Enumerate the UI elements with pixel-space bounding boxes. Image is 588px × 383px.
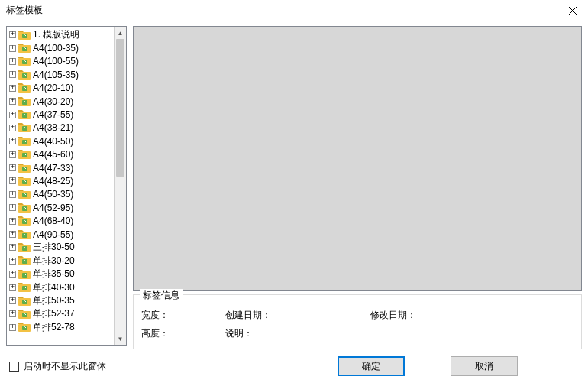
tree-scrollbar[interactable]: ▲ ▼ (114, 27, 126, 345)
expand-icon[interactable] (9, 284, 16, 291)
tree-item-label: 单排40-30 (33, 281, 75, 294)
tree-item[interactable]: A4(30-20) (8, 95, 114, 108)
tree-item[interactable]: A4(50-35) (8, 188, 114, 201)
expand-icon[interactable] (9, 244, 16, 251)
tree-item[interactable]: 1. 模版说明 (8, 28, 114, 41)
label-info-group: 标签信息 宽度： 创建日期： 修改日期： 高度： 说明： (133, 294, 582, 349)
template-preview (133, 26, 582, 291)
tree-item[interactable]: A4(90-55) (8, 228, 114, 241)
title-bar: 标签模板 (0, 0, 588, 21)
folder-icon (18, 136, 31, 147)
folder-icon (18, 309, 31, 320)
folder-icon (18, 43, 31, 54)
close-icon (569, 7, 577, 15)
content-area: 1. 模版说明A4(100-35)A4(100-55)A4(105-35)A4(… (0, 21, 588, 349)
tree-item[interactable]: 单排50-35 (8, 294, 114, 307)
expand-icon[interactable] (9, 125, 16, 131)
footer-bar: 启动时不显示此窗体 确定 取消 (0, 349, 588, 383)
expand-icon[interactable] (9, 45, 16, 52)
folder-icon (18, 56, 31, 67)
tree-item-label: A4(37-55) (33, 109, 73, 120)
folder-icon (18, 282, 31, 293)
tree-item[interactable]: 单排30-20 (8, 255, 114, 268)
folder-icon (18, 70, 31, 80)
folder-icon (18, 122, 31, 133)
folder-icon (18, 242, 31, 253)
cancel-button[interactable]: 取消 (451, 356, 518, 376)
tree-item[interactable]: 单排52-78 (8, 321, 114, 334)
expand-icon[interactable] (9, 85, 16, 92)
expand-icon[interactable] (9, 151, 16, 158)
tree-item[interactable]: 单排40-30 (8, 281, 114, 294)
tree-item[interactable]: A4(20-10) (8, 82, 114, 95)
tree-item[interactable]: A4(48-25) (8, 174, 114, 187)
checkbox-box[interactable] (9, 362, 19, 372)
tree-item[interactable]: A4(100-35) (8, 41, 114, 54)
expand-icon[interactable] (9, 191, 16, 198)
expand-icon[interactable] (9, 324, 16, 331)
tree-item[interactable]: A4(37-55) (8, 108, 114, 121)
expand-icon[interactable] (9, 177, 16, 184)
expand-icon[interactable] (9, 98, 16, 105)
tree-item-label: 单排52-78 (33, 321, 75, 334)
tree-item-label: A4(52-95) (33, 203, 73, 213)
tree-item-label: A4(105-35) (33, 70, 79, 80)
folder-icon (18, 189, 31, 200)
expand-icon[interactable] (9, 258, 16, 265)
tree-item[interactable]: 单排52-37 (8, 307, 114, 320)
tree-item[interactable]: A4(45-60) (8, 148, 114, 161)
expand-icon[interactable] (9, 138, 16, 144)
scroll-track[interactable] (115, 39, 126, 333)
expand-icon[interactable] (9, 297, 16, 304)
expand-icon[interactable] (9, 31, 16, 38)
tree-item[interactable]: 三排30-50 (8, 241, 114, 254)
expand-icon[interactable] (9, 310, 16, 317)
tree-item-label: 1. 模版说明 (33, 28, 79, 41)
expand-icon[interactable] (9, 271, 16, 278)
expand-icon[interactable] (9, 204, 16, 211)
tree-item[interactable]: A4(47-33) (8, 161, 114, 174)
tree-item[interactable]: A4(40-50) (8, 135, 114, 148)
tree-item-label: 单排35-50 (33, 268, 75, 281)
info-row-2: 高度： 说明： (141, 324, 573, 342)
folder-icon (18, 269, 31, 280)
info-row-1: 宽度： 创建日期： 修改日期： (141, 306, 573, 324)
expand-icon[interactable] (9, 71, 16, 78)
tree-item[interactable]: A4(68-40) (8, 214, 114, 227)
tree-item[interactable]: A4(38-21) (8, 122, 114, 135)
tree-item-label: A4(48-25) (33, 176, 73, 187)
scroll-thumb[interactable] (116, 39, 124, 177)
modified-label: 修改日期： (370, 309, 573, 322)
window-title: 标签模板 (6, 4, 557, 17)
tree-item-label: A4(90-55) (33, 229, 73, 240)
tree-item-label: A4(40-50) (33, 136, 73, 147)
template-tree-panel: 1. 模版说明A4(100-35)A4(100-55)A4(105-35)A4(… (6, 26, 127, 346)
folder-icon (18, 83, 31, 93)
startup-checkbox[interactable]: 启动时不显示此窗体 (9, 360, 106, 373)
tree-item-label: A4(45-60) (33, 149, 73, 160)
tree-item-label: A4(20-10) (33, 83, 73, 93)
expand-icon[interactable] (9, 218, 16, 225)
tree-item[interactable]: A4(52-95) (8, 201, 114, 214)
tree-item[interactable]: 单排35-50 (8, 268, 114, 281)
folder-icon (18, 149, 31, 160)
expand-icon[interactable] (9, 164, 16, 171)
tree-item-label: A4(50-35) (33, 189, 73, 200)
scroll-up-button[interactable]: ▲ (115, 27, 126, 39)
tree-item-label: A4(38-21) (33, 122, 73, 133)
scroll-down-button[interactable]: ▼ (115, 333, 126, 345)
tree-item-label: A4(100-55) (33, 56, 79, 67)
tree-item-label: 单排50-35 (33, 294, 75, 307)
close-button[interactable] (557, 0, 588, 21)
ok-button[interactable]: 确定 (338, 356, 405, 376)
folder-icon (18, 163, 31, 174)
expand-icon[interactable] (9, 112, 16, 118)
tree-item[interactable]: A4(105-35) (8, 68, 114, 81)
folder-icon (18, 96, 31, 107)
tree-item[interactable]: A4(100-55) (8, 55, 114, 68)
expand-icon[interactable] (9, 58, 16, 65)
template-tree[interactable]: 1. 模版说明A4(100-35)A4(100-55)A4(105-35)A4(… (7, 27, 114, 345)
tree-item-label: 三排30-50 (33, 241, 75, 254)
folder-icon (18, 203, 31, 213)
expand-icon[interactable] (9, 231, 16, 238)
